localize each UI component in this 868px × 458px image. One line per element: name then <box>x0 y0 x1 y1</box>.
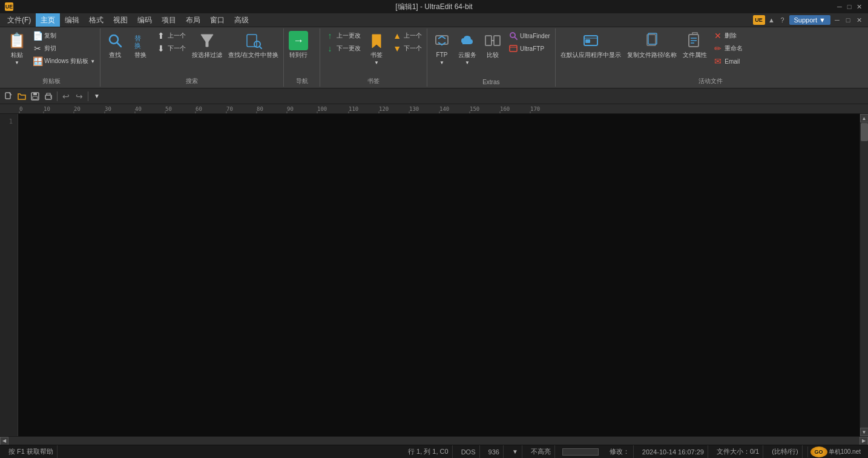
ftp-button[interactable]: FTP ▼ <box>430 30 454 67</box>
next-change-label: 下一更改 <box>337 44 361 53</box>
copy-button[interactable]: 📄 复制 <box>30 30 97 42</box>
find-button[interactable]: 查找 <box>103 30 127 60</box>
toolbar-save-btn[interactable] <box>29 90 41 102</box>
ultrafinder-button[interactable]: UltraFinder <box>506 30 552 42</box>
menu-file[interactable]: 文件(F) <box>2 13 36 27</box>
toolbar-undo-btn[interactable]: ↩ <box>60 90 72 102</box>
editor-container[interactable]: 1 <box>0 114 860 436</box>
scroll-left-arrow[interactable]: ◀ <box>0 437 8 445</box>
bookmark-nav-col: ▲ 上一个 ▼ 下一个 <box>390 30 424 55</box>
menu-format[interactable]: 格式 <box>84 13 108 27</box>
compare-button[interactable]: 比较 <box>481 30 505 60</box>
ribbon-group-extras: FTP ▼ 云服务 ▼ <box>427 28 555 87</box>
menu-code[interactable]: 编码 <box>133 13 157 27</box>
prev-change-button[interactable]: ↑ 上一更改 <box>323 30 363 42</box>
ruler-svg: 0 10 20 30 40 50 60 70 80 90 100 110 120… <box>0 104 868 114</box>
toolbar-open-btn[interactable] <box>16 90 28 102</box>
svg-text:60: 60 <box>196 106 202 112</box>
app-logo: UE <box>5 2 13 11</box>
ribbon-collapse-btn[interactable]: ▲ <box>768 16 776 24</box>
svg-text:140: 140 <box>439 106 449 112</box>
next-change-button[interactable]: ↓ 下一更改 <box>323 42 363 55</box>
close-button[interactable]: ✕ <box>855 2 863 11</box>
prev-bookmark-button[interactable]: ▲ 上一个 <box>390 30 424 42</box>
file-actions-col: ✕ 删除 ✏ 重命名 ✉ Email <box>711 30 745 67</box>
copy-path-button[interactable]: 复制文件路径/名称 <box>625 30 680 60</box>
help-btn[interactable]: ? <box>778 16 787 24</box>
editor-text-area[interactable] <box>18 114 860 436</box>
secondary-maximize-btn[interactable]: □ <box>844 16 852 24</box>
horizontal-scrollbar: ◀ ▶ <box>0 436 868 445</box>
svg-rect-5 <box>247 35 257 47</box>
scroll-up-arrow[interactable]: ▲ <box>860 114 869 122</box>
menu-view[interactable]: 视图 <box>108 13 133 27</box>
vertical-scrollbar: ▲ ▼ <box>860 114 868 436</box>
rename-file-button[interactable]: ✏ 重命名 <box>711 42 745 55</box>
paste-button[interactable]: 📋 粘贴 ▼ <box>5 30 29 67</box>
menu-project[interactable]: 项目 <box>157 13 181 27</box>
status-modify: 修改： <box>606 445 634 458</box>
status-charset[interactable]: ▼ <box>508 445 522 458</box>
maximize-button[interactable]: □ <box>845 2 853 11</box>
main-content: 0 10 20 30 40 50 60 70 80 90 100 110 120… <box>0 104 868 436</box>
svg-rect-10 <box>494 36 500 45</box>
find-icon <box>105 31 125 50</box>
svg-line-7 <box>259 47 261 49</box>
toolbar-redo-btn[interactable]: ↪ <box>73 90 85 102</box>
menu-edit[interactable]: 编辑 <box>60 13 84 27</box>
find-in-files-button[interactable]: 查找/在文件中替换 <box>226 30 281 60</box>
bookmark-label: 书签 <box>370 51 383 59</box>
toolbar-print-btn[interactable] <box>42 90 54 102</box>
ultraftp-button[interactable]: UltraFTP <box>506 42 552 55</box>
scroll-thumb[interactable] <box>861 123 868 141</box>
file-properties-button[interactable]: 文件属性 <box>680 30 709 60</box>
replace-button[interactable]: 替 换 替换 <box>128 30 153 60</box>
svg-text:30: 30 <box>105 106 111 112</box>
search-content: 查找 替 换 替换 ⬆ 上一个 <box>103 30 281 76</box>
menu-window[interactable]: 窗口 <box>205 13 229 27</box>
toolbar-more-btn[interactable]: ▼ <box>91 90 103 102</box>
secondary-minimize-btn[interactable]: ─ <box>833 16 841 24</box>
bookmark-button[interactable]: 书签 ▼ <box>364 30 389 67</box>
open-in-app-button[interactable]: 在默认应用程序中显示 <box>558 30 623 60</box>
goto-line-button[interactable]: → 转到行 <box>286 30 311 60</box>
replace-icon: 替 换 <box>131 31 150 50</box>
svg-text:160: 160 <box>500 106 510 112</box>
menu-advanced[interactable]: 高级 <box>229 13 254 27</box>
editor-scrollbar-container: 1 ▲ ▼ <box>0 114 868 436</box>
bookmark-dropdown-arrow: ▼ <box>374 60 379 65</box>
secondary-close-btn[interactable]: ✕ <box>855 16 863 24</box>
navigation-group-label: 导航 <box>286 76 317 85</box>
email-file-button[interactable]: ✉ Email <box>711 55 745 67</box>
svg-rect-14 <box>510 45 517 51</box>
email-label: Email <box>725 58 740 65</box>
scroll-down-arrow[interactable]: ▼ <box>860 428 869 436</box>
ue-badge: UE <box>753 15 765 25</box>
menu-layout[interactable]: 布局 <box>181 13 205 27</box>
goto-arrow-icon: → <box>289 31 308 50</box>
cut-button[interactable]: ✂ 剪切 <box>30 42 97 55</box>
scroll-track[interactable] <box>860 122 869 428</box>
scroll-right-arrow[interactable]: ▶ <box>860 437 868 445</box>
windows-clipboard-button[interactable]: 🪟 Windows 剪贴板 ▼ <box>30 55 97 67</box>
bottom-logo: GO <box>810 446 827 457</box>
next-bookmark-button[interactable]: ▼ 下一个 <box>390 42 424 55</box>
toolbar-new-btn[interactable] <box>2 90 15 102</box>
delete-label: 删除 <box>725 32 737 40</box>
cloud-button[interactable]: 云服务 ▼ <box>455 30 479 67</box>
find-prev-button[interactable]: ⬆ 上一个 <box>154 30 188 42</box>
status-help: 按 F1 获取帮助 <box>5 445 58 458</box>
support-button[interactable]: Support ▼ <box>789 15 830 25</box>
svg-text:50: 50 <box>165 106 172 112</box>
find-next-button[interactable]: ⬇ 下一个 <box>154 42 188 55</box>
svg-text:100: 100 <box>317 106 327 112</box>
delete-file-button[interactable]: ✕ 删除 <box>711 30 745 42</box>
rename-icon: ✏ <box>713 44 723 53</box>
ribbon-group-active-file: 在默认应用程序中显示 复制文件路径/名称 <box>556 28 866 87</box>
minimize-button[interactable]: ─ <box>835 2 844 11</box>
filter-button[interactable]: 按选择过滤 <box>189 30 225 60</box>
clipboard-col: 📄 复制 ✂ 剪切 🪟 Windows 剪贴板 ▼ <box>30 30 97 67</box>
email-icon: ✉ <box>713 56 723 66</box>
menu-home[interactable]: 主页 <box>36 13 60 27</box>
cut-icon: ✂ <box>33 44 42 53</box>
